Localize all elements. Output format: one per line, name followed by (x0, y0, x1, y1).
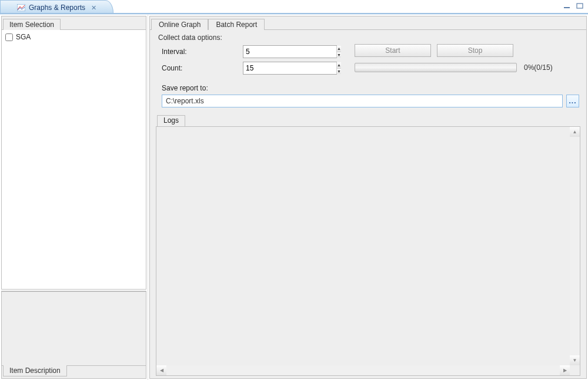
start-button[interactable]: Start (355, 44, 431, 57)
svg-rect-1 (564, 7, 570, 8)
view-tab-graphs-reports[interactable]: Graphs & Reports ✕ (0, 0, 113, 13)
tab-online-graph[interactable]: Online Graph (151, 19, 208, 30)
view-tab-label: Graphs & Reports (29, 4, 85, 12)
item-tree[interactable]: SGA (2, 30, 146, 44)
count-spin-down[interactable]: ▼ (337, 69, 341, 75)
maximize-view-icon[interactable] (575, 2, 584, 10)
minimize-view-icon[interactable] (562, 2, 572, 10)
item-description-tab[interactable]: Item Description (3, 365, 67, 376)
scroll-up-icon[interactable]: ▲ (570, 127, 580, 137)
item-description-panel: Item Description (1, 291, 146, 379)
scroll-left-icon[interactable]: ◀ (156, 365, 166, 375)
save-path-input[interactable] (162, 95, 563, 107)
chart-icon (17, 4, 25, 11)
tree-item[interactable]: SGA (5, 32, 142, 42)
close-view-icon[interactable]: ✕ (91, 4, 96, 12)
collect-options-label: Collect data options: (158, 33, 350, 42)
tree-item-checkbox[interactable] (5, 33, 13, 41)
tree-item-label: SGA (16, 33, 31, 41)
interval-label: Interval: (162, 48, 238, 56)
item-selection-tab[interactable]: Item Selection (3, 19, 61, 30)
item-selection-panel: Item Selection SGA (1, 16, 146, 290)
logs-area[interactable]: ▲ ▼ ◀ ▶ (156, 126, 580, 376)
progress-bar (355, 63, 517, 72)
interval-input[interactable] (243, 46, 336, 58)
browse-button[interactable]: ... (566, 95, 579, 107)
logs-scrollbar-horizontal[interactable]: ◀ ▶ (156, 365, 570, 375)
interval-spin-up[interactable]: ▲ (337, 46, 341, 52)
logs-tab[interactable]: Logs (157, 115, 185, 127)
tab-batch-report[interactable]: Batch Report (208, 19, 265, 30)
logs-scrollbar-vertical[interactable]: ▲ ▼ (570, 127, 580, 365)
scroll-right-icon[interactable]: ▶ (560, 365, 570, 375)
interval-spin-down[interactable]: ▼ (337, 52, 341, 58)
count-label: Count: (162, 64, 238, 72)
count-input[interactable] (243, 62, 336, 74)
progress-text: 0%(0/15) (524, 63, 553, 72)
count-spin-up[interactable]: ▲ (337, 62, 341, 69)
batch-report-panel: Online Graph Batch Report Collect data o… (149, 16, 587, 379)
scroll-down-icon[interactable]: ▼ (570, 355, 580, 365)
svg-rect-2 (577, 4, 583, 8)
save-report-label: Save report to: (162, 84, 580, 92)
stop-button[interactable]: Stop (437, 44, 513, 57)
